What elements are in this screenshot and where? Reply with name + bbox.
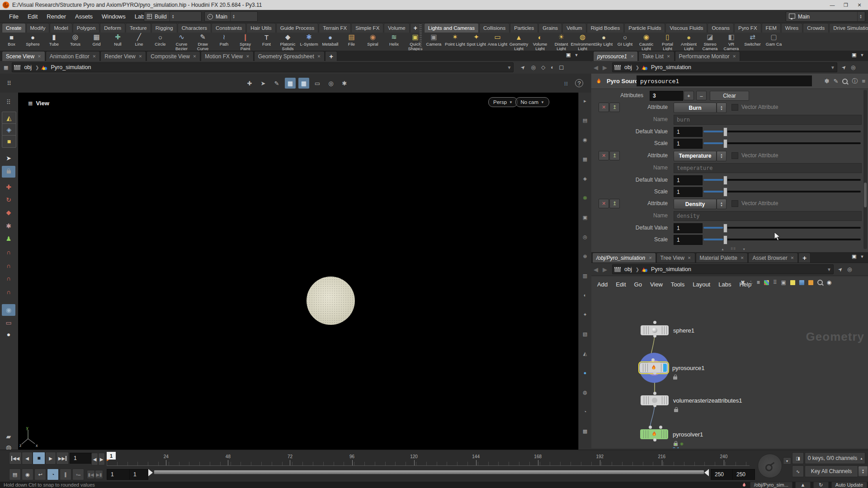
desktop-switcher[interactable]: Main ▲▼ xyxy=(786,11,865,22)
shelf-tool-area-light[interactable]: ▭Area Light xyxy=(487,33,508,47)
camera-view-icon[interactable]: ◉ xyxy=(2,304,15,316)
pane-menu-chevron-icon[interactable]: ▼ xyxy=(860,254,864,259)
shelf-tool-metaball[interactable]: ●Metaball xyxy=(320,33,341,47)
pin-icon[interactable]: ➤ xyxy=(840,63,848,71)
shelf-tool-spray-paint[interactable]: ❙Spray Paint xyxy=(235,33,256,51)
crosshair-icon[interactable]: ⊕ xyxy=(580,252,590,261)
node-connector-dot[interactable] xyxy=(653,321,656,324)
parameter-scrollbar[interactable] xyxy=(863,90,867,249)
prev-key-button[interactable]: ▮◀ xyxy=(87,470,95,479)
network-menu-tools[interactable]: Tools xyxy=(667,281,689,288)
shelf-tab-vellum[interactable]: Vellum xyxy=(562,23,586,33)
shelf-tab-rigid-bodies[interactable]: Rigid Bodies xyxy=(587,23,624,33)
pane-tab-add[interactable]: + xyxy=(325,51,337,61)
render-region-icon[interactable]: ▭ xyxy=(2,317,15,328)
shelf-tool-gi-light[interactable]: ○GI Light xyxy=(614,33,636,47)
menu-windows[interactable]: Windows xyxy=(97,13,130,20)
menu-assets[interactable]: Assets xyxy=(71,13,97,20)
shelf-tab-rigging[interactable]: Rigging xyxy=(151,23,177,33)
attribute-type-dropdown[interactable]: Temperature xyxy=(674,151,717,161)
minimize-button[interactable]: — xyxy=(826,0,839,10)
node-connector-dot[interactable] xyxy=(659,426,662,429)
shelf-tab-crowds[interactable]: Crowds xyxy=(803,23,829,33)
box-select-icon[interactable]: ▭ xyxy=(312,78,323,89)
pane-layout-icon[interactable]: ▣ xyxy=(852,253,856,259)
list-view-icon[interactable]: ≡ xyxy=(757,279,760,286)
sticky-note-icon[interactable] xyxy=(790,280,795,285)
vector-attribute-checkbox[interactable] xyxy=(731,152,738,159)
close-icon[interactable]: ✕ xyxy=(648,256,652,260)
shelf-tool-path[interactable]: ≀Path xyxy=(213,33,235,47)
shelf-tool-volume-light[interactable]: ◐Volume Light xyxy=(529,33,551,51)
shelf-tab-viscous-fluids[interactable]: Viscous Fluids xyxy=(665,23,707,33)
tools-handle-icon[interactable]: ⠿ xyxy=(2,96,15,108)
snapshot-icon[interactable]: ▤ xyxy=(580,116,590,125)
menu-render[interactable]: Render xyxy=(42,13,71,20)
audio-icon[interactable]: ◉ xyxy=(22,469,33,480)
pane-layout-icon[interactable]: ▣ xyxy=(852,52,856,58)
scrollbar-handle[interactable] xyxy=(864,183,867,207)
misc-plane-icon[interactable]: ▰ xyxy=(2,431,15,442)
attribute-type-dropdown[interactable]: Burn xyxy=(674,103,717,113)
asset-box-icon[interactable] xyxy=(808,280,813,285)
step-forward-button[interactable]: ▶ xyxy=(98,453,105,465)
character-tool-icon[interactable]: ♟ xyxy=(2,233,15,244)
pane-layout-icon[interactable]: ▣ xyxy=(566,52,571,58)
shelf-tool-curve-bezier[interactable]: ∿Curve Bezier xyxy=(171,33,192,51)
cook-context-chip[interactable]: /obj/Pyro_sim... xyxy=(750,482,793,488)
current-frame-field[interactable]: 1 xyxy=(70,453,94,464)
pane-tab-pyrosource1[interactable]: pyrosource1✕ xyxy=(593,51,638,61)
pin-icon[interactable]: ➤ xyxy=(519,63,527,71)
camera-selector[interactable]: No cam▼ xyxy=(515,97,549,107)
default-value-field[interactable]: 1 xyxy=(674,175,703,185)
play-forward-button[interactable]: ▶ xyxy=(45,452,56,465)
shelf-tool-null[interactable]: ✚Null xyxy=(107,33,128,47)
shelf-tool-box[interactable]: ■Box xyxy=(1,33,22,47)
edit-params-icon[interactable]: ✎ xyxy=(834,78,839,84)
node-name-field[interactable]: pyrosource1 xyxy=(637,75,812,86)
shelf-tab-guide-process[interactable]: Guide Process xyxy=(276,23,318,33)
attribute-spinner[interactable]: ▲▼ xyxy=(717,103,726,113)
playbar-options-icon[interactable]: ▤ xyxy=(9,469,21,480)
close-icon[interactable]: ✕ xyxy=(667,54,670,59)
snap-magnet-icon[interactable]: ∩ xyxy=(2,286,15,298)
display-mode-b-icon[interactable]: ◈ xyxy=(2,123,16,136)
shelf-tab-particles[interactable]: Particles xyxy=(510,23,538,33)
secure-selection-lock-icon[interactable] xyxy=(2,166,15,178)
param-path-field[interactable]: obj ❯ Pyro_simulation ▼ xyxy=(612,62,837,72)
keyframe-display-icon[interactable]: ◦– xyxy=(72,469,84,480)
shade-icon[interactable]: ◐ xyxy=(551,64,554,70)
close-icon[interactable]: ✕ xyxy=(733,54,736,59)
grid-display-icon[interactable]: ▦ xyxy=(580,155,590,164)
path-dropdown-icon[interactable]: ▼ xyxy=(507,65,512,70)
dopesheet-icon[interactable]: ∥ xyxy=(60,469,71,480)
channels-scope-icon[interactable]: ∿ xyxy=(792,465,804,477)
close-icon[interactable]: ✕ xyxy=(317,54,321,59)
texture-display-icon[interactable]: ▧ xyxy=(580,329,590,338)
behavior-icon[interactable]: ↩ xyxy=(34,469,46,480)
stowbar-handle-icon[interactable]: ⠿ xyxy=(4,78,14,89)
stop-button[interactable]: ■ xyxy=(33,452,45,465)
expand-strip-icon[interactable]: ▸ xyxy=(580,96,590,105)
shelf-tool-sky-light[interactable]: ●Sky Light xyxy=(593,33,614,47)
forward-arrow-icon[interactable]: ▶ xyxy=(600,64,609,71)
network-canvas[interactable]: Geometry sphere1pyrosource1volumerasteri… xyxy=(591,291,868,448)
shelf-tool-spot-light[interactable]: ✦Spot Light xyxy=(466,33,487,47)
multiparm-scroll-widget[interactable]: ▲⠿⠿▼ xyxy=(721,247,745,251)
attribute-type-dropdown[interactable]: Density xyxy=(674,199,717,209)
shelf-tool-circle[interactable]: ○Circle xyxy=(150,33,171,47)
attribute-name-field[interactable]: density xyxy=(674,211,862,221)
shelf-tool-torus[interactable]: ◎Torus xyxy=(65,33,86,47)
points-display-icon[interactable]: ● xyxy=(580,368,590,377)
attribute-spinner[interactable]: ▲▼ xyxy=(717,199,726,209)
attribute-spinner[interactable]: ▲▼ xyxy=(717,151,726,161)
maximize-button[interactable]: ❐ xyxy=(839,0,853,10)
search-icon[interactable] xyxy=(817,280,823,285)
pane-tab-scene-view[interactable]: Scene View✕ xyxy=(2,51,45,61)
shelf-tool-quick-shapes[interactable]: ▣Quick Shapes xyxy=(405,33,426,51)
desktop-selector-build[interactable]: Build ▲▼ xyxy=(144,11,202,22)
display-mode-a-icon[interactable]: ◭ xyxy=(2,112,16,124)
global-range-start-field[interactable]: 1 xyxy=(107,469,130,480)
frame-icon[interactable]: □ xyxy=(559,64,563,71)
sphere-display-icon[interactable]: ◍ xyxy=(580,388,590,397)
